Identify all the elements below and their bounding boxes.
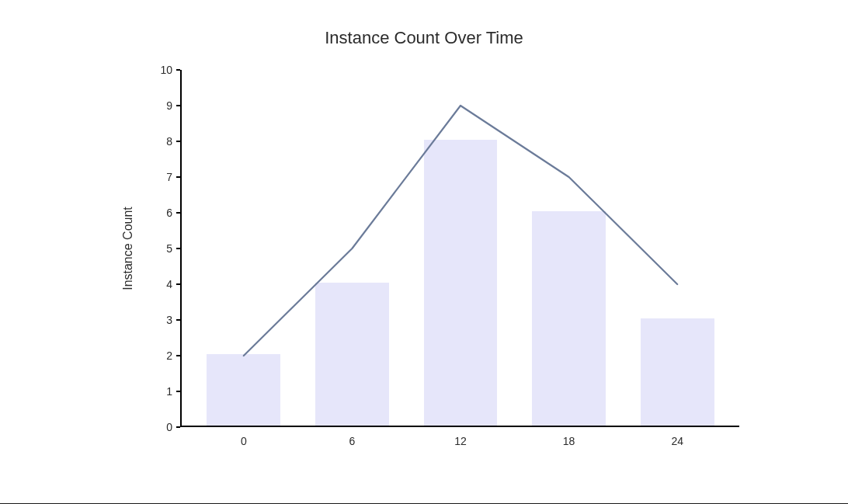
y-axis: [180, 70, 182, 427]
x-tick-label: 0: [241, 435, 247, 447]
y-tick-label: 1: [166, 385, 172, 398]
y-tick-label: 9: [166, 99, 172, 112]
y-tick: [176, 105, 180, 106]
y-tick: [176, 426, 180, 428]
y-tick: [176, 319, 180, 321]
x-tick-label: 18: [563, 435, 575, 447]
y-tick-label: 2: [166, 349, 172, 362]
y-tick-label: 10: [160, 64, 172, 76]
y-tick-label: 8: [166, 135, 172, 148]
y-tick-label: 5: [166, 242, 172, 255]
x-axis: [180, 426, 739, 427]
y-tick-label: 4: [166, 278, 172, 290]
x-tick-label: 12: [454, 435, 467, 447]
y-tick: [176, 391, 180, 392]
x-tick-label: 24: [671, 435, 683, 447]
chart-title: Instance Count Over Time: [0, 28, 848, 48]
y-tick-label: 0: [166, 421, 172, 433]
line-layer: [180, 70, 739, 427]
y-tick: [176, 248, 180, 249]
y-tick-label: 3: [166, 314, 172, 326]
y-tick: [176, 355, 180, 356]
y-tick: [176, 212, 180, 214]
y-tick: [176, 69, 180, 71]
plot-area: 012345678910 06121824: [180, 70, 739, 427]
x-tick-label: 6: [349, 435, 355, 447]
y-tick-label: 6: [166, 207, 172, 219]
chart-container: Instance Count Over Time Instance Count …: [0, 0, 848, 504]
y-tick-label: 7: [166, 171, 172, 183]
y-axis-label: Instance Count: [121, 207, 135, 290]
y-tick: [176, 283, 180, 285]
y-tick: [176, 141, 180, 142]
line-path: [244, 106, 677, 356]
y-tick: [176, 176, 180, 178]
